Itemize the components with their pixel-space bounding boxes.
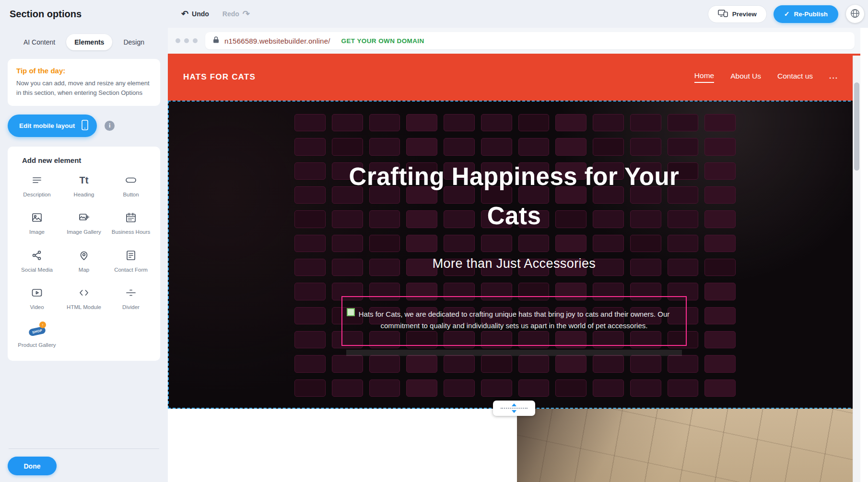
contact-form-icon xyxy=(125,248,137,263)
hero-content: Crafting Happiness for Your Cats More th… xyxy=(169,102,859,408)
republish-button[interactable]: ✓ Re-Publish xyxy=(774,5,838,23)
nav-home[interactable]: Home xyxy=(694,71,714,83)
image-icon xyxy=(31,210,43,225)
upgrade-badge-icon: ↑ xyxy=(39,321,46,328)
mobile-layout-row: Edit mobile layout i xyxy=(8,115,160,137)
element-divider[interactable]: Divider xyxy=(108,286,153,310)
tip-body: Now you can add, move and resize any ele… xyxy=(16,79,152,97)
site-preview: HATS FOR CATS Home About Us Contact us .… xyxy=(168,54,860,482)
element-product-gallery[interactable]: SHOP ↑ Product Gallery xyxy=(14,323,59,348)
add-element-title: Add new element xyxy=(22,156,153,164)
lock-icon xyxy=(213,36,219,46)
edit-mobile-layout-button[interactable]: Edit mobile layout xyxy=(8,115,97,137)
hero-paragraph[interactable]: Hats for Cats, we are dedicated to craft… xyxy=(350,309,678,332)
redo-button[interactable]: Redo ↷ xyxy=(223,10,250,18)
tab-ai-content[interactable]: AI Content xyxy=(15,34,63,50)
nav-contact-us[interactable]: Contact us xyxy=(777,72,813,82)
tab-design[interactable]: Design xyxy=(115,34,152,50)
sidebar: AI Content Elements Design Tip of the da… xyxy=(0,28,168,482)
site-nav: Home About Us Contact us ... xyxy=(694,71,838,83)
site-url: n1566589.websitebuilder.online/ xyxy=(224,37,330,45)
selected-text-element[interactable]: Hats for Cats, we are dedicated to craft… xyxy=(341,296,687,346)
add-element-card: Add new element Description Tt Heading B… xyxy=(8,147,160,361)
html-module-icon xyxy=(78,286,90,300)
element-heading[interactable]: Tt Heading xyxy=(61,173,106,198)
element-button[interactable]: Button xyxy=(108,173,153,198)
element-contact-form[interactable]: Contact Form xyxy=(108,248,153,273)
sidebar-divider xyxy=(9,448,159,449)
resize-down-arrow-icon xyxy=(512,410,516,413)
nav-more-menu[interactable]: ... xyxy=(829,72,838,82)
elements-grid: Description Tt Heading Button Image xyxy=(14,173,153,348)
button-icon xyxy=(125,173,137,187)
window-control-dot xyxy=(184,38,189,43)
social-media-icon xyxy=(31,248,43,263)
element-video[interactable]: Video xyxy=(14,286,59,310)
site-logo[interactable]: HATS FOR CATS xyxy=(183,72,256,82)
page-title: Section options xyxy=(0,9,168,20)
info-icon[interactable]: i xyxy=(105,121,115,131)
element-html-module[interactable]: HTML Module xyxy=(61,286,106,310)
undo-label: Undo xyxy=(192,10,209,18)
map-icon xyxy=(78,248,90,263)
window-controls xyxy=(176,38,198,43)
devices-icon xyxy=(718,10,728,19)
history-controls: ↶ Undo Redo ↷ xyxy=(181,10,250,18)
editor-canvas: n1566589.websitebuilder.online/ GET YOUR… xyxy=(168,28,860,482)
nav-about-us[interactable]: About Us xyxy=(730,72,761,82)
next-section-photo xyxy=(517,409,860,482)
edit-mobile-label: Edit mobile layout xyxy=(19,122,75,129)
url-bar[interactable]: n1566589.websitebuilder.online/ GET YOUR… xyxy=(205,32,855,49)
resize-dotted-line xyxy=(501,408,528,409)
hero-subheading[interactable]: More than Just Accessories xyxy=(433,256,596,271)
undo-icon: ↶ xyxy=(181,10,188,18)
hero-section-selected[interactable]: Crafting Happiness for Your Cats More th… xyxy=(168,101,860,409)
topbar-actions: Preview ✓ Re-Publish xyxy=(708,5,868,23)
video-icon xyxy=(31,286,43,300)
check-icon: ✓ xyxy=(784,10,790,18)
site-header: HATS FOR CATS Home About Us Contact us .… xyxy=(168,54,860,101)
element-image-gallery[interactable]: Image Gallery xyxy=(61,210,106,235)
element-map[interactable]: Map xyxy=(61,248,106,273)
element-placeholder-bar xyxy=(346,350,682,356)
redo-label: Redo xyxy=(223,10,239,18)
description-icon xyxy=(31,173,43,187)
preview-button[interactable]: Preview xyxy=(708,5,767,23)
browser-bar: n1566589.websitebuilder.online/ GET YOUR… xyxy=(168,28,860,54)
sidebar-tabs: AI Content Elements Design xyxy=(8,28,160,55)
window-control-dot xyxy=(193,38,198,43)
window-control-dot xyxy=(176,38,180,43)
business-hours-icon xyxy=(125,210,137,225)
element-description[interactable]: Description xyxy=(14,173,59,198)
drag-handle[interactable] xyxy=(347,308,355,316)
done-button[interactable]: Done xyxy=(8,457,57,475)
resize-up-arrow-icon xyxy=(512,403,516,406)
heading-icon: Tt xyxy=(80,173,89,187)
phone-icon xyxy=(82,120,88,132)
republish-label: Re-Publish xyxy=(794,11,828,18)
divider-icon xyxy=(125,286,137,300)
redo-icon: ↷ xyxy=(243,10,250,18)
undo-button[interactable]: ↶ Undo xyxy=(181,10,209,18)
language-globe-button[interactable] xyxy=(846,5,864,23)
next-section-blank xyxy=(168,409,517,482)
topbar: Section options ↶ Undo Redo ↷ Preview ✓ … xyxy=(0,0,868,28)
tab-elements[interactable]: Elements xyxy=(66,34,112,50)
globe-icon xyxy=(850,8,860,20)
tip-title: Tip of the day: xyxy=(16,67,152,75)
element-social-media[interactable]: Social Media xyxy=(14,248,59,273)
hero-heading[interactable]: Crafting Happiness for Your Cats xyxy=(327,157,701,235)
image-gallery-icon xyxy=(78,210,90,225)
tip-of-the-day-card: Tip of the day: Now you can add, move an… xyxy=(8,59,160,106)
section-resize-handle[interactable] xyxy=(493,401,535,416)
product-gallery-icon: SHOP ↑ xyxy=(29,323,45,338)
preview-label: Preview xyxy=(732,11,757,18)
element-business-hours[interactable]: Business Hours xyxy=(108,210,153,235)
next-section xyxy=(168,409,860,482)
get-domain-link[interactable]: GET YOUR OWN DOMAIN xyxy=(341,37,424,45)
element-image[interactable]: Image xyxy=(14,210,59,235)
sidebar-spacer xyxy=(8,361,160,448)
